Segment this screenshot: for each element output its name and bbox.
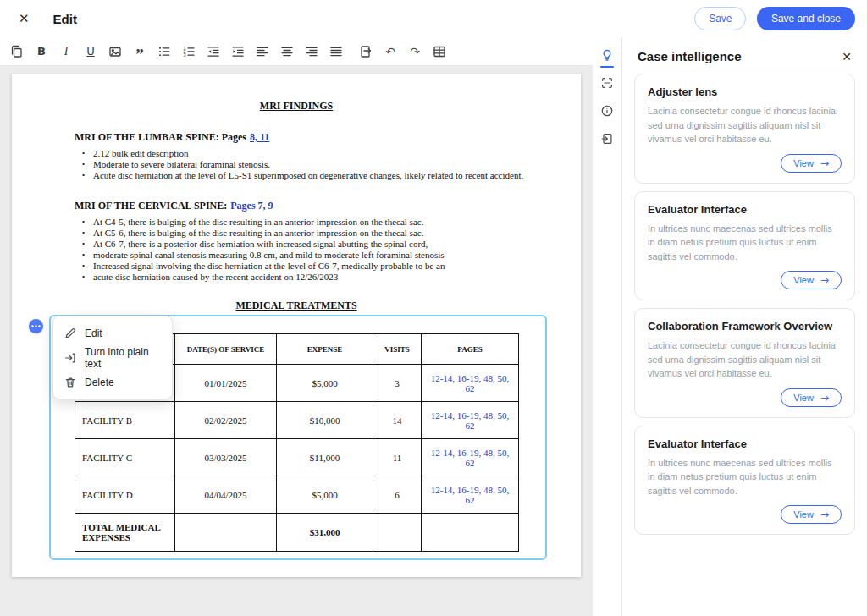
editor-toolbar: BIU”123↶↷	[0, 37, 593, 66]
cervical-bullet: •acute disc herniation caused by the rec…	[75, 272, 547, 283]
bullet-dot: •	[82, 217, 88, 228]
view-button[interactable]: View →	[781, 271, 842, 289]
outdent-button[interactable]	[202, 41, 225, 63]
block-context-menu: EditTurn into plain textDelete	[52, 316, 173, 399]
table-button[interactable]	[428, 41, 451, 63]
view-button[interactable]: View →	[781, 505, 842, 524]
table-header-cell: VISITS	[373, 334, 422, 365]
view-button[interactable]: View →	[781, 154, 842, 173]
export-button[interactable]	[354, 41, 378, 63]
bullet-text: Increased signal involving the disc hern…	[93, 261, 445, 272]
menu-item-edit[interactable]: Edit	[58, 321, 168, 345]
edit-window: ✕ Edit Save Save and close BIU”123↶↷ MRI…	[0, 0, 867, 616]
pages-cell: 12-14, 16-19, 48, 50, 62	[422, 439, 519, 476]
menu-item-delete[interactable]: Delete	[58, 370, 168, 394]
image-button[interactable]	[103, 41, 127, 63]
table-header-cell: PAGES	[422, 334, 519, 365]
lumbar-pages-link[interactable]: 8, 11	[250, 131, 269, 143]
visits-cell: 6	[373, 476, 422, 514]
view-button[interactable]: View →	[781, 388, 842, 407]
frame-scan-rail-button[interactable]	[598, 74, 616, 92]
bullet-text: At C6-7, there is a posterior disc herni…	[93, 239, 428, 250]
bullet-text: moderate spinal canal stenosis measuring…	[93, 250, 445, 261]
visits-cell: 14	[373, 402, 422, 439]
info-icon	[600, 104, 614, 118]
italic-button[interactable]: I	[54, 41, 78, 63]
lumbar-bullet: •2.12 bulk edit description	[75, 148, 547, 159]
card-title: Evaluator Interface	[648, 203, 842, 216]
expense-cell: $5,000	[277, 476, 373, 514]
bullet-dot: •	[82, 272, 88, 283]
arrow-right-icon: →	[820, 274, 829, 286]
undo-button[interactable]: ↶	[378, 41, 402, 63]
page-export-rail-button[interactable]	[598, 129, 616, 148]
bullet-text: At C5-6, there is bulging of the disc re…	[93, 228, 423, 239]
align-left-icon	[255, 44, 270, 59]
bullet-text: At C4-5, there is bulging of the disc re…	[93, 217, 423, 228]
cervical-pages-link[interactable]: Pages 7, 9	[230, 200, 273, 212]
export-icon	[358, 44, 373, 59]
align-right-button[interactable]	[300, 41, 323, 63]
treatments-title: MEDICAL TREATMENTS	[12, 300, 581, 312]
card-title: Adjuster lens	[648, 85, 842, 98]
expense-cell: $31,000	[277, 514, 373, 552]
bold-icon: B	[37, 45, 46, 58]
menu-item-label: Delete	[85, 377, 114, 388]
bullet-dot: •	[82, 148, 88, 159]
menu-item-label: Edit	[85, 327, 102, 339]
pages-link[interactable]: 12-14, 16-19, 48, 50, 62	[431, 448, 510, 468]
table-row: FACILITY C 03/03/2025 $11,000 11 12-14, …	[75, 439, 519, 476]
bullet-dot: •	[82, 159, 88, 170]
align-center-button[interactable]	[275, 41, 299, 63]
numbered-list-button[interactable]: 123	[177, 41, 201, 63]
table-icon	[432, 44, 447, 59]
info-rail-button[interactable]	[598, 102, 616, 120]
visits-cell: 3	[373, 365, 422, 402]
bullet-text: 2.12 bulk edit description	[93, 148, 188, 159]
close-icon[interactable]: ✕	[19, 11, 30, 26]
table-header-cell: DATE(S) OF SERVICE	[175, 334, 277, 365]
lightbulb-rail-button[interactable]	[598, 46, 616, 64]
underline-button[interactable]: U	[79, 41, 102, 63]
document-area: MRI FINDINGS MRI OF THE LUMBAR SPINE: Pa…	[0, 66, 593, 616]
save-and-close-button[interactable]: Save and close	[757, 7, 855, 30]
card-body: In ultrices nunc maecenas sed ultrices m…	[648, 222, 842, 264]
date-cell: 02/02/2025	[175, 402, 277, 439]
facility-cell: FACILITY D	[75, 476, 175, 514]
menu-item-turn-into-plain-text[interactable]: Turn into plain text	[58, 345, 168, 370]
date-cell: 04/04/2025	[175, 476, 277, 514]
arrow-right-icon: →	[820, 509, 829, 520]
indent-button[interactable]	[226, 41, 250, 63]
arrow-right-icon: →	[820, 392, 829, 404]
table-row: FACILITY D 04/04/2025 $5,000 6 12-14, 16…	[75, 476, 519, 514]
view-label: View	[793, 393, 814, 403]
pages-link[interactable]: 12-14, 16-19, 48, 50, 62	[431, 485, 510, 505]
card-title: Evaluator Interface	[648, 437, 842, 450]
pages-link[interactable]: 12-14, 16-19, 48, 50, 62	[431, 410, 510, 431]
intelligence-card: Collaboration Framework Overview Lacinia…	[634, 308, 855, 418]
bullet-list-button[interactable]	[152, 41, 176, 63]
justify-button[interactable]	[324, 41, 348, 63]
card-title: Collaboration Framework Overview	[648, 320, 842, 333]
card-body: Lacinia consectetur congue id rhoncus la…	[648, 338, 842, 381]
indent-icon	[230, 44, 246, 59]
pages-link[interactable]: 12-14, 16-19, 48, 50, 62	[431, 373, 510, 393]
bullet-dot: •	[82, 250, 88, 261]
cervical-bullet: •moderate spinal canal stenosis measurin…	[75, 250, 547, 261]
bold-button[interactable]: B	[30, 41, 53, 63]
align-left-button[interactable]	[251, 41, 274, 63]
facility-cell: TOTAL MEDICAL EXPENSES	[75, 514, 175, 552]
copy-button[interactable]	[5, 41, 29, 63]
save-button[interactable]: Save	[694, 7, 746, 30]
convert-icon	[64, 351, 77, 365]
bullet-list-icon	[157, 44, 172, 59]
block-menu-button[interactable]	[29, 319, 43, 333]
table-row: FACILITY B 02/02/2025 $10,000 14 12-14, …	[75, 402, 519, 439]
view-label: View	[793, 275, 814, 285]
redo-button[interactable]: ↷	[403, 41, 427, 63]
redo-icon: ↷	[410, 45, 420, 58]
quote-button[interactable]: ”	[128, 41, 152, 63]
panel-close-icon[interactable]: ✕	[842, 50, 852, 63]
intelligence-card: Evaluator Interface In ultrices nunc mae…	[634, 426, 855, 536]
pages-cell: 12-14, 16-19, 48, 50, 62	[422, 402, 519, 439]
